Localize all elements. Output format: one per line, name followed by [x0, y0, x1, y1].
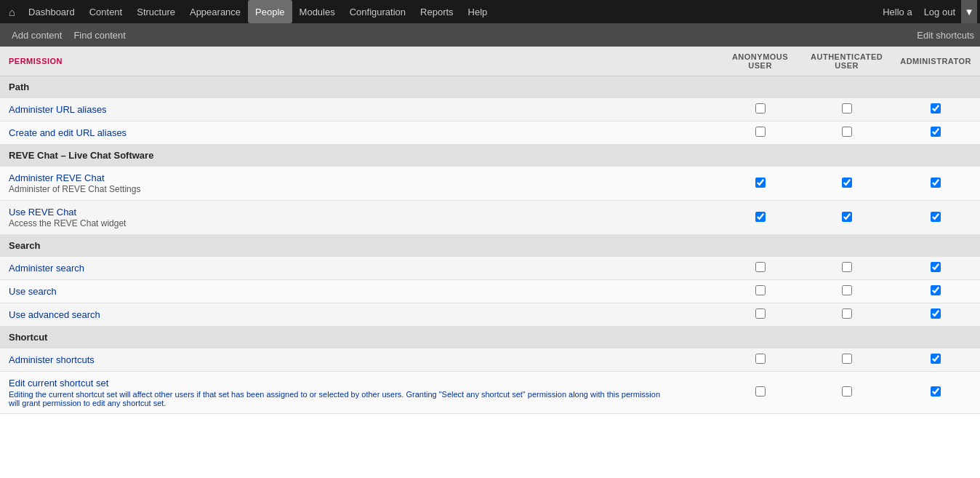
- hello-text: Hello a: [877, 7, 917, 17]
- administrator-checkbox[interactable]: [931, 262, 941, 272]
- top-navigation: ⌂ Dashboard Content Structure Appearance…: [0, 0, 980, 23]
- section-header-row: REVE Chat – Live Chat Software: [0, 145, 980, 167]
- nav-item-dashboard[interactable]: Dashboard: [21, 0, 82, 23]
- permission-name: Administer REVE Chat: [9, 172, 710, 183]
- authenticated-checkbox-cell: [802, 257, 891, 280]
- anonymous-checkbox[interactable]: [755, 386, 766, 397]
- administrator-checkbox[interactable]: [931, 103, 941, 113]
- nav-item-modules[interactable]: Modules: [292, 0, 342, 23]
- nav-item-reports[interactable]: Reports: [413, 0, 461, 23]
- permission-description: Access the REVE Chat widget: [9, 218, 710, 228]
- col-header-permission: PERMISSION: [0, 47, 718, 76]
- shortcuts-bar: Add content Find content Edit shortcuts: [0, 23, 980, 47]
- anonymous-checkbox[interactable]: [755, 178, 766, 188]
- table-row: Administer REVE ChatAdminister of REVE C…: [0, 167, 980, 201]
- section-header-row: Search: [0, 235, 980, 257]
- administrator-checkbox-cell: [891, 303, 980, 327]
- anonymous-checkbox[interactable]: [755, 212, 766, 222]
- col-header-authenticated: AUTHENTICATED USER: [802, 47, 891, 76]
- anonymous-checkbox-cell: [718, 303, 802, 327]
- col-header-administrator: ADMINISTRATOR: [891, 47, 980, 76]
- nav-item-appearance[interactable]: Appearance: [182, 0, 248, 23]
- section-header-label: Path: [0, 76, 980, 98]
- authenticated-checkbox-cell: [802, 201, 891, 235]
- anonymous-checkbox[interactable]: [755, 262, 766, 272]
- administrator-checkbox-cell: [891, 348, 980, 372]
- col-header-anonymous: ANONYMOUS USER: [718, 47, 802, 76]
- home-icon[interactable]: ⌂: [3, 6, 21, 18]
- table-row: Use advanced search: [0, 303, 980, 327]
- anonymous-checkbox-cell: [718, 348, 802, 372]
- authenticated-checkbox-cell: [802, 303, 891, 327]
- find-content-link[interactable]: Find content: [68, 30, 132, 41]
- anonymous-checkbox-cell: [718, 122, 802, 145]
- nav-dropdown-button[interactable]: ▼: [961, 0, 977, 23]
- authenticated-checkbox[interactable]: [842, 262, 852, 272]
- permission-cell: Administer REVE ChatAdminister of REVE C…: [0, 167, 718, 201]
- administrator-checkbox-cell: [891, 257, 980, 280]
- table-row: Use REVE ChatAccess the REVE Chat widget: [0, 201, 980, 235]
- permission-cell: Use advanced search: [0, 303, 718, 327]
- table-row: Edit current shortcut setEditing the cur…: [0, 372, 980, 414]
- nav-item-configuration[interactable]: Configuration: [342, 0, 413, 23]
- permission-description: Administer of REVE Chat Settings: [9, 184, 710, 194]
- permission-name: Use advanced search: [9, 309, 710, 320]
- administrator-checkbox[interactable]: [931, 308, 941, 319]
- permission-cell: Create and edit URL aliases: [0, 122, 718, 145]
- permission-name: Create and edit URL aliases: [9, 127, 710, 138]
- authenticated-checkbox[interactable]: [842, 354, 852, 364]
- administrator-checkbox-cell: [891, 98, 980, 122]
- administrator-checkbox[interactable]: [931, 354, 941, 364]
- authenticated-checkbox-cell: [802, 122, 891, 145]
- anonymous-checkbox[interactable]: [755, 354, 766, 364]
- permission-name: Administer URL aliases: [9, 104, 710, 115]
- table-row: Administer URL aliases: [0, 98, 980, 122]
- administrator-checkbox[interactable]: [931, 285, 941, 295]
- add-content-link[interactable]: Add content: [6, 30, 68, 41]
- permission-cell: Administer shortcuts: [0, 348, 718, 372]
- authenticated-checkbox[interactable]: [842, 212, 852, 222]
- table-header-row: PERMISSION ANONYMOUS USER AUTHENTICATED …: [0, 47, 980, 76]
- administrator-checkbox[interactable]: [931, 178, 941, 188]
- anonymous-checkbox[interactable]: [755, 127, 766, 137]
- administrator-checkbox-cell: [891, 167, 980, 201]
- administrator-checkbox[interactable]: [931, 212, 941, 222]
- table-row: Administer shortcuts: [0, 348, 980, 372]
- nav-item-content[interactable]: Content: [82, 0, 130, 23]
- administrator-checkbox[interactable]: [931, 127, 941, 137]
- permission-description: Editing the current shortcut set will af…: [9, 390, 663, 407]
- anonymous-checkbox[interactable]: [755, 103, 766, 113]
- table-row: Administer search: [0, 257, 980, 280]
- administrator-checkbox-cell: [891, 280, 980, 303]
- administrator-checkbox-cell: [891, 201, 980, 235]
- permission-cell: Use REVE ChatAccess the REVE Chat widget: [0, 201, 718, 235]
- permission-name: Edit current shortcut set: [9, 378, 710, 389]
- nav-item-people[interactable]: People: [248, 0, 292, 23]
- logout-link[interactable]: Log out: [918, 7, 961, 17]
- permission-name: Administer shortcuts: [9, 354, 710, 365]
- authenticated-checkbox[interactable]: [842, 178, 852, 188]
- authenticated-checkbox[interactable]: [842, 285, 852, 295]
- authenticated-checkbox-cell: [802, 98, 891, 122]
- administrator-checkbox-cell: [891, 372, 980, 414]
- authenticated-checkbox[interactable]: [842, 127, 852, 137]
- edit-shortcuts-link[interactable]: Edit shortcuts: [917, 30, 974, 41]
- anonymous-checkbox[interactable]: [755, 308, 766, 319]
- table-row: Use search: [0, 280, 980, 303]
- section-header-row: Shortcut: [0, 327, 980, 348]
- permission-cell: Edit current shortcut setEditing the cur…: [0, 372, 718, 414]
- section-header-row: Path: [0, 76, 980, 98]
- nav-item-structure[interactable]: Structure: [129, 0, 182, 23]
- nav-item-help[interactable]: Help: [461, 0, 495, 23]
- authenticated-checkbox[interactable]: [842, 308, 852, 319]
- section-header-label: REVE Chat – Live Chat Software: [0, 145, 980, 167]
- anonymous-checkbox-cell: [718, 257, 802, 280]
- administrator-checkbox[interactable]: [931, 386, 941, 397]
- authenticated-checkbox[interactable]: [842, 103, 852, 113]
- anonymous-checkbox[interactable]: [755, 285, 766, 295]
- permission-name: Use REVE Chat: [9, 207, 710, 218]
- permissions-table: PERMISSION ANONYMOUS USER AUTHENTICATED …: [0, 47, 980, 414]
- authenticated-checkbox-cell: [802, 280, 891, 303]
- authenticated-checkbox[interactable]: [842, 386, 852, 397]
- permission-name: Use search: [9, 286, 710, 297]
